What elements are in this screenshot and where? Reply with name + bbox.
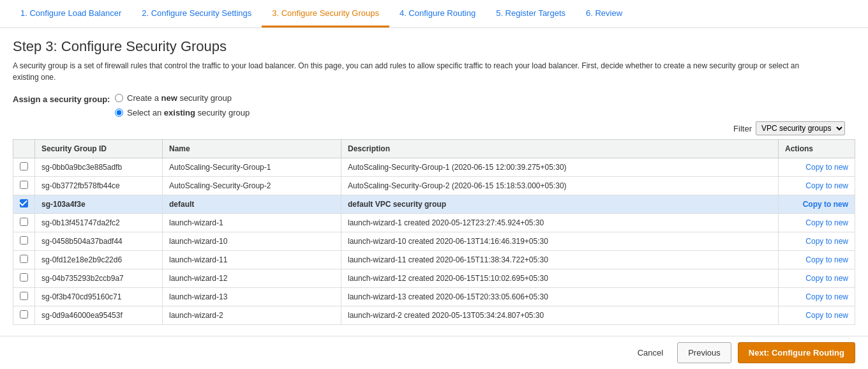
row-action-cell: Copy to new xyxy=(779,195,855,214)
col-header-sgid: Security Group ID xyxy=(35,140,163,158)
assign-section: Assign a security group: Create a new se… xyxy=(13,93,855,117)
table-row[interactable]: sg-0f3b470cd95160c71launch-wizard-13laun… xyxy=(13,288,855,306)
row-action-cell: Copy to new xyxy=(779,269,855,288)
row-sg-name: launch-wizard-13 xyxy=(163,288,341,306)
row-checkbox-cell[interactable] xyxy=(13,232,35,251)
wizard-step-1-link[interactable]: 1. Configure Load Balancer xyxy=(20,8,121,18)
row-sg-name: launch-wizard-10 xyxy=(163,232,341,251)
main-content: Step 3: Configure Security Groups A secu… xyxy=(0,28,868,336)
create-bold: new xyxy=(161,93,177,103)
wizard-step-6-link[interactable]: 6. Review xyxy=(586,8,622,18)
radio-create-input[interactable] xyxy=(115,94,123,102)
page-description: A security group is a set of firewall ru… xyxy=(13,60,817,83)
footer: Cancel Previous Next: Configure Routing xyxy=(0,336,868,369)
row-sg-description: AutoScaling-Security-Group-2 (2020-06-15… xyxy=(341,177,779,195)
row-sg-id: sg-0f3b470cd95160c71 xyxy=(35,288,163,306)
copy-to-new-link[interactable]: Copy to new xyxy=(805,255,848,264)
checkbox-checked[interactable] xyxy=(20,199,28,207)
previous-button[interactable]: Previous xyxy=(677,342,731,363)
checkbox-unchecked[interactable] xyxy=(20,273,28,282)
row-action-cell: Copy to new xyxy=(779,214,855,232)
row-sg-name: launch-wizard-11 xyxy=(163,251,341,269)
table-row[interactable]: sg-0b13f451747da2fc2launch-wizard-1launc… xyxy=(13,214,855,232)
checkbox-unchecked[interactable] xyxy=(20,255,28,263)
filter-row: Filter VPC security groups All security … xyxy=(13,121,855,135)
table-row[interactable]: sg-103a4f3edefaultdefault VPC security g… xyxy=(13,195,855,214)
table-row[interactable]: sg-04b735293b2ccb9a7launch-wizard-12laun… xyxy=(13,269,855,288)
wizard-step-4[interactable]: 4. Configure Routing xyxy=(389,1,486,27)
wizard-step-3: 3. Configure Security Groups xyxy=(262,1,389,27)
row-sg-name: launch-wizard-12 xyxy=(163,269,341,288)
wizard-step-3-label: 3. Configure Security Groups xyxy=(272,8,379,18)
row-sg-id: sg-0fd12e18e2b9c22d6 xyxy=(35,251,163,269)
radio-create-label: Create a new security group xyxy=(127,93,232,103)
row-action-cell: Copy to new xyxy=(779,251,855,269)
cancel-button[interactable]: Cancel xyxy=(630,343,671,363)
row-sg-description: launch-wizard-11 created 2020-06-15T11:3… xyxy=(341,251,779,269)
checkbox-unchecked[interactable] xyxy=(20,310,28,319)
checkbox-unchecked[interactable] xyxy=(20,236,28,245)
filter-select[interactable]: VPC security groups All security groups xyxy=(756,121,845,135)
row-sg-description: launch-wizard-1 created 2020-05-12T23:27… xyxy=(341,214,779,232)
copy-to-new-link[interactable]: Copy to new xyxy=(805,218,848,227)
row-checkbox-cell[interactable] xyxy=(13,269,35,288)
col-header-name: Name xyxy=(163,140,341,158)
row-sg-description: AutoScaling-Security-Group-1 (2020-06-15… xyxy=(341,158,779,177)
table-row[interactable]: sg-0458b504a37badf44launch-wizard-10laun… xyxy=(13,232,855,251)
row-sg-id: sg-0458b504a37badf44 xyxy=(35,232,163,251)
row-sg-name: default xyxy=(163,195,341,214)
wizard-step-6[interactable]: 6. Review xyxy=(576,1,632,27)
col-header-actions: Actions xyxy=(779,140,855,158)
row-checkbox-cell[interactable] xyxy=(13,158,35,177)
row-sg-description: launch-wizard-12 created 2020-06-15T15:1… xyxy=(341,269,779,288)
row-sg-name: launch-wizard-1 xyxy=(163,214,341,232)
row-checkbox-cell[interactable] xyxy=(13,251,35,269)
row-checkbox-cell[interactable] xyxy=(13,177,35,195)
row-action-cell: Copy to new xyxy=(779,177,855,195)
table-row[interactable]: sg-0fd12e18e2b9c22d6launch-wizard-11laun… xyxy=(13,251,855,269)
checkbox-unchecked[interactable] xyxy=(20,181,28,189)
wizard-step-4-link[interactable]: 4. Configure Routing xyxy=(400,8,475,18)
copy-to-new-link[interactable]: Copy to new xyxy=(805,274,848,283)
wizard-step-1[interactable]: 1. Configure Load Balancer xyxy=(10,1,131,27)
row-action-cell: Copy to new xyxy=(779,232,855,251)
filter-label: Filter xyxy=(733,124,752,133)
checkbox-unchecked[interactable] xyxy=(20,218,28,226)
row-action-cell: Copy to new xyxy=(779,158,855,177)
table-header-row: Security Group ID Name Description Actio… xyxy=(13,140,855,158)
row-sg-id: sg-0b3772fb578fb44ce xyxy=(35,177,163,195)
table-row[interactable]: sg-0d9a46000ea95453flaunch-wizard-2launc… xyxy=(13,306,855,325)
copy-to-new-link[interactable]: Copy to new xyxy=(803,200,848,209)
wizard-step-2[interactable]: 2. Configure Security Settings xyxy=(131,1,262,27)
table-row[interactable]: sg-0b3772fb578fb44ceAutoScaling-Security… xyxy=(13,177,855,195)
checkbox-unchecked[interactable] xyxy=(20,292,28,300)
col-header-desc: Description xyxy=(341,140,779,158)
checkbox-unchecked[interactable] xyxy=(20,162,28,170)
radio-options: Create a new security group Select an ex… xyxy=(115,93,250,117)
row-sg-name: AutoScaling-Security-Group-1 xyxy=(163,158,341,177)
row-sg-description: launch-wizard-13 created 2020-06-15T20:3… xyxy=(341,288,779,306)
row-checkbox-cell[interactable] xyxy=(13,306,35,325)
copy-to-new-link[interactable]: Copy to new xyxy=(805,163,848,172)
next-button[interactable]: Next: Configure Routing xyxy=(738,342,855,363)
col-header-checkbox xyxy=(13,140,35,158)
radio-select-input[interactable] xyxy=(115,109,123,117)
row-sg-name: AutoScaling-Security-Group-2 xyxy=(163,177,341,195)
row-sg-id: sg-0b13f451747da2fc2 xyxy=(35,214,163,232)
radio-select-label: Select an existing security group xyxy=(127,108,250,117)
table-row[interactable]: sg-0bb0a9bc3e885adfbAutoScaling-Security… xyxy=(13,158,855,177)
wizard-step-5-link[interactable]: 5. Register Targets xyxy=(496,8,565,18)
radio-select-existing[interactable]: Select an existing security group xyxy=(115,108,250,117)
row-checkbox-cell[interactable] xyxy=(13,195,35,214)
row-checkbox-cell[interactable] xyxy=(13,214,35,232)
copy-to-new-link[interactable]: Copy to new xyxy=(805,311,848,320)
radio-create-new[interactable]: Create a new security group xyxy=(115,93,250,103)
copy-to-new-link[interactable]: Copy to new xyxy=(805,181,848,190)
wizard-step-5[interactable]: 5. Register Targets xyxy=(486,1,576,27)
wizard-step-2-link[interactable]: 2. Configure Security Settings xyxy=(142,8,251,18)
select-bold: existing xyxy=(164,108,195,117)
row-action-cell: Copy to new xyxy=(779,306,855,325)
copy-to-new-link[interactable]: Copy to new xyxy=(805,237,848,246)
copy-to-new-link[interactable]: Copy to new xyxy=(805,292,848,301)
row-checkbox-cell[interactable] xyxy=(13,288,35,306)
